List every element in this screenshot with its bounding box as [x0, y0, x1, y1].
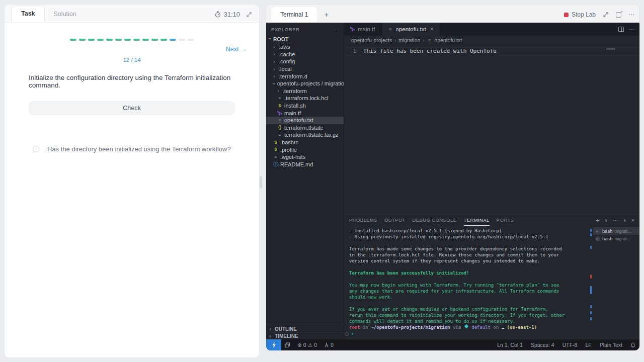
terraform-workspace-icon	[464, 324, 468, 328]
bottom-panel: PROBLEMS OUTPUT DEBUG CONSOLE TERMINAL P…	[344, 214, 639, 339]
tab-task[interactable]: Task	[12, 6, 45, 22]
outline-section[interactable]: › OUTLINE	[266, 325, 344, 332]
explorer-item-config[interactable]: › .config	[266, 58, 344, 65]
explorer-item-terraform-lock-hcl[interactable]: ≡ .terraform.lock.hcl	[266, 95, 344, 102]
language-mode-indicator[interactable]: Plain Text	[596, 339, 626, 350]
file-lines-icon: ≡	[277, 96, 282, 101]
more-options-icon[interactable]: ⋯	[628, 11, 634, 18]
split-editor-icon[interactable]	[618, 27, 624, 32]
encoding-indicator[interactable]: UTF-8	[558, 339, 582, 350]
statusbar-sync-icon[interactable]	[281, 339, 294, 350]
add-terminal-tab-button[interactable]: +	[317, 10, 336, 23]
error-icon: ⊗	[297, 342, 302, 348]
breadcrumb[interactable]: opentofu-projects › migration › ≡ opento…	[344, 36, 639, 45]
explorer-item-terraform-d[interactable]: › .terraform.d	[266, 72, 344, 80]
check-button[interactable]: Check	[29, 101, 235, 115]
panel-more-actions-icon[interactable]: ⋯	[613, 217, 618, 224]
editor-tab-main-tf[interactable]: main.tf	[344, 23, 382, 36]
file-lines-icon: ≡	[277, 118, 282, 123]
explorer-item-opentofu-txt[interactable]: ≡ opentofu.txt	[266, 117, 344, 124]
editor-more-actions-icon[interactable]: ⋯	[629, 26, 634, 33]
ports-indicator[interactable]: 0	[320, 339, 337, 350]
json-braces-icon: {}	[277, 125, 282, 130]
tab-problems[interactable]: PROBLEMS	[349, 215, 377, 225]
close-panel-icon[interactable]: ×	[631, 217, 634, 223]
code-editor[interactable]: 1 This file has been created with OpenTo…	[344, 45, 639, 214]
explorer-item-opentofu-projects-migration[interactable]: › opentofu-projects / migration	[266, 80, 344, 87]
chevron-right-icon: ›	[273, 44, 277, 50]
close-tab-icon[interactable]: ×	[430, 26, 434, 33]
explorer-item-cache[interactable]: › .cache	[266, 51, 344, 58]
check-question: Has the directory been initialized using…	[5, 115, 259, 153]
explorer-item-readme-md[interactable]: ⓘ README.md	[266, 161, 344, 168]
shell-script-icon: $	[273, 147, 278, 152]
file-lines-icon: ≡	[427, 38, 432, 43]
explorer-item-local[interactable]: › .local	[266, 65, 344, 73]
explorer-root-folder[interactable]: › ROOT	[266, 35, 344, 43]
terraform-icon	[350, 27, 355, 32]
explorer-item-terraform-tfstate-tar-gz[interactable]: ≡ terraform.tfstate.tar.gz	[266, 131, 344, 139]
stop-lab-button[interactable]: Stop Lab	[564, 11, 596, 18]
chevron-right-icon: ›	[269, 326, 273, 332]
radio-unchecked-icon[interactable]	[33, 146, 39, 152]
remote-lightning-icon	[272, 342, 276, 348]
tab-terminal-1[interactable]: Terminal 1	[271, 7, 317, 23]
terminal-instance-list: >_ bash migrati... >_ bash migrati...	[593, 226, 639, 339]
task-panel: Task Solution 31:10	[4, 4, 260, 358]
cursor-position-indicator[interactable]: Ln 1, Col 1	[493, 339, 527, 350]
panel-resize-handle[interactable]	[260, 176, 262, 188]
explorer-item-terraform-tfstate[interactable]: {} terraform.tfstate	[266, 124, 344, 132]
explorer-item-profile[interactable]: $ .profile	[266, 146, 344, 153]
progress-segment-current	[170, 39, 176, 41]
open-in-new-window-icon[interactable]	[616, 12, 621, 18]
chevron-right-icon: ›	[423, 38, 424, 43]
chevron-down-icon: ›	[271, 82, 277, 84]
expand-panel-icon[interactable]	[246, 12, 252, 18]
timeline-section[interactable]: › TIMELINE	[266, 332, 344, 339]
progress-segment	[151, 39, 158, 41]
explorer-item-wget-hsts[interactable]: ≡ .wget-hsts	[266, 153, 344, 161]
progress-segment	[188, 39, 194, 41]
new-terminal-icon[interactable]: +	[596, 217, 600, 224]
notifications-bell-icon[interactable]	[626, 339, 639, 350]
tab-output[interactable]: OUTPUT	[384, 215, 405, 225]
bash-icon: >_	[595, 236, 600, 241]
explorer-item-terraform-folder[interactable]: › .terraform	[266, 87, 344, 95]
minimap	[606, 48, 615, 50]
tab-ports[interactable]: PORTS	[497, 215, 514, 225]
tab-solution[interactable]: Solution	[45, 7, 86, 22]
maximize-panel-icon[interactable]: ∧	[623, 218, 626, 223]
tab-terminal[interactable]: TERMINAL	[464, 215, 490, 226]
explorer-item-bashrc[interactable]: $ .bashrc	[266, 139, 344, 146]
stop-icon	[564, 13, 569, 17]
progress-segment	[97, 39, 104, 41]
chevron-down-icon: ›	[267, 38, 273, 41]
progress-segment	[142, 39, 149, 41]
command-decoration-icon	[345, 332, 349, 336]
eol-indicator[interactable]: LF	[581, 339, 595, 350]
explorer-item-main-tf[interactable]: main.tf	[266, 109, 344, 117]
terminal-instance-bash-1[interactable]: >_ bash migrati...	[593, 227, 639, 235]
fullscreen-icon[interactable]	[603, 12, 609, 18]
explorer-item-install-sh[interactable]: $ install.sh	[266, 102, 344, 110]
task-panel-header: Task Solution 31:10	[5, 5, 259, 23]
explorer-title: EXPLORER	[271, 27, 300, 32]
chevron-right-icon: ›	[273, 73, 277, 79]
prompt-arrow-icon: ›	[351, 331, 354, 337]
info-icon: ⓘ	[273, 162, 278, 167]
problems-indicator[interactable]: ⊗ 0 ⚠ 0	[294, 339, 320, 350]
terminal-output[interactable]: - Installed hashicorp/local v2.5.1 (sign…	[344, 226, 589, 339]
explorer-item-aws[interactable]: › .aws	[266, 43, 344, 51]
terminal-dropdown-icon[interactable]: ∨	[605, 218, 608, 223]
vscode-workbench: EXPLORER ⋯ › ROOT › .aws › .cache › .con…	[266, 23, 639, 339]
chevron-right-icon: ›	[273, 59, 277, 64]
next-button[interactable]: Next →	[226, 46, 247, 53]
editor-tab-opentofu-txt[interactable]: ≡ opentofu.txt ×	[382, 23, 440, 36]
file-lines-icon: ≡	[277, 133, 282, 137]
remote-indicator[interactable]	[266, 339, 281, 350]
tab-debug-console[interactable]: DEBUG CONSOLE	[412, 215, 456, 225]
explorer-more-actions-icon[interactable]: ⋯	[334, 27, 339, 32]
terminal-scrollbar[interactable]	[589, 226, 593, 339]
indentation-indicator[interactable]: Spaces: 4	[527, 339, 558, 350]
terminal-instance-bash-2[interactable]: >_ bash migrati...	[593, 235, 639, 242]
